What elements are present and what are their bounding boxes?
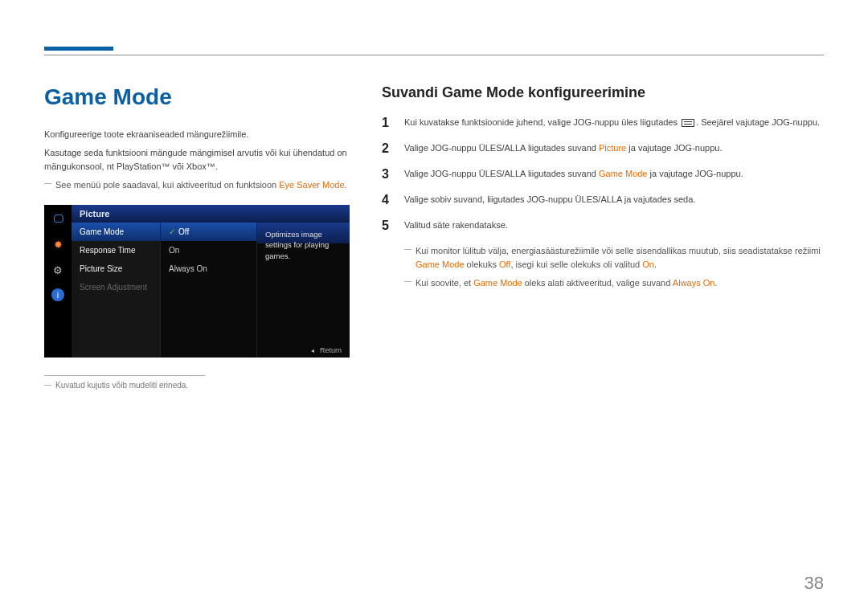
osd-body: Picture Game Mode Response Time Picture … [72, 205, 350, 358]
note-fragment: olekuks [465, 260, 499, 269]
step-number: 1 [382, 116, 393, 130]
step-3: 3 Valige JOG-nuppu ÜLES/ALLA liigutades … [382, 167, 824, 182]
note-highlight: Off [499, 260, 510, 269]
step-text: Valige JOG-nuppu ÜLES/ALLA liigutades su… [404, 167, 824, 181]
step-number: 4 [382, 193, 393, 207]
osd-value-item: ✓Off [161, 223, 256, 241]
step-fragment: ja vajutage JOG-nuppu. [626, 143, 722, 153]
note-text-post: . [345, 180, 347, 190]
note-fragment: . [714, 278, 717, 288]
step-text: Valitud säte rakendatakse. [404, 219, 824, 232]
step-text: Valige sobiv suvand, liigutades JOG-nupp… [404, 193, 824, 206]
step-fragment: . Seejärel vajutage JOG-nuppu. [696, 117, 820, 127]
step-highlight: Game Mode [599, 169, 648, 178]
osd-value-label: Off [178, 227, 189, 236]
document-page: Game Mode Konfigureerige toote ekraanise… [0, 0, 868, 414]
step-fragment: Valige JOG-nuppu ÜLES/ALLA liigutades su… [404, 143, 599, 153]
step-fragment: ja vajutage JOG-nuppu. [647, 169, 743, 178]
osd-menu-item: Screen Adjustment [72, 278, 160, 296]
info-icon: i [51, 288, 64, 301]
page-number: 38 [805, 573, 824, 594]
osd-columns: Game Mode Response Time Picture Size Scr… [72, 223, 350, 358]
settings-icon: ✹ [51, 237, 65, 251]
intro-paragraph-1: Konfigureerige toote ekraaniseaded mängu… [44, 128, 350, 141]
triangle-left-icon: ◂ [311, 347, 314, 354]
menu-icon [682, 119, 694, 127]
two-column-layout: Game Mode Konfigureerige toote ekraanise… [44, 84, 824, 390]
osd-value-list: ✓Off On Always On [160, 223, 256, 358]
osd-menu-item: Picture Size [72, 260, 160, 278]
osd-menu-list: Game Mode Response Time Picture Size Scr… [72, 223, 160, 358]
note-fragment: . [654, 260, 657, 269]
osd-return-label: Return [320, 346, 342, 354]
always-on-note: Kui soovite, et Game Mode oleks alati ak… [404, 276, 824, 290]
note-highlight: Game Mode [473, 278, 522, 288]
osd-value-item: Always On [161, 260, 256, 278]
osd-value-item: On [161, 241, 256, 260]
step-fragment: Valige JOG-nuppu ÜLES/ALLA liigutades su… [404, 169, 599, 178]
accent-bar [44, 47, 113, 51]
note-fragment: Kui soovite, et [416, 278, 473, 288]
right-notes-block: Kui monitor lülitub välja, energiasäästu… [382, 244, 824, 290]
step-number: 5 [382, 219, 393, 233]
note-fragment: , isegi kui selle olekuks oli valitud [510, 260, 642, 269]
note-text-pre: See menüü pole saadaval, kui aktiveeritu… [55, 180, 279, 190]
step-4: 4 Valige sobiv suvand, liigutades JOG-nu… [382, 193, 824, 207]
monitor-icon: 🖵 [51, 211, 65, 226]
check-icon: ✓ [169, 227, 175, 236]
subsection-heading: Suvandi Game Mode konfigureerimine [382, 84, 824, 101]
osd-screenshot: 🖵 ✹ ⚙ i Picture Game Mode Response Time … [44, 205, 350, 358]
step-text: Kui kuvatakse funktsioonide juhend, vali… [404, 116, 824, 129]
left-column: Game Mode Konfigureerige toote ekraanise… [44, 84, 350, 390]
osd-footer: ◂ Return [311, 346, 342, 354]
osd-menu-item: Game Mode [72, 223, 160, 241]
availability-note: See menüü pole saadaval, kui aktiveeritu… [44, 178, 350, 192]
steps-list: 1 Kui kuvatakse funktsioonide juhend, va… [382, 116, 824, 233]
image-disclaimer: Kuvatud kujutis võib mudeliti erineda. [44, 381, 350, 390]
section-heading: Game Mode [44, 84, 350, 110]
step-2: 2 Valige JOG-nuppu ÜLES/ALLA liigutades … [382, 141, 824, 156]
step-number: 2 [382, 141, 393, 156]
osd-tab-picture: Picture [72, 205, 350, 223]
osd-info-text: Optimizes image settings for playing gam… [256, 223, 350, 358]
note-highlight: Always On [673, 278, 715, 288]
note-highlight: Game Mode [416, 260, 465, 269]
osd-sidebar-icons: 🖵 ✹ ⚙ i [44, 205, 72, 358]
note-highlight: On [642, 260, 654, 269]
note-highlight: Eye Saver Mode [279, 180, 344, 190]
right-column: Suvandi Game Mode konfigureerimine 1 Kui… [382, 84, 824, 390]
note-fragment: Kui monitor lülitub välja, energiasäästu… [416, 246, 821, 255]
intro-paragraph-2: Kasutage seda funktsiooni mängude mängim… [44, 146, 350, 174]
footnote-separator [44, 375, 205, 376]
step-1: 1 Kui kuvatakse funktsioonide juhend, va… [382, 116, 824, 130]
horizontal-rule [44, 55, 824, 55]
step-number: 3 [382, 167, 393, 182]
step-fragment: Kui kuvatakse funktsioonide juhend, vali… [404, 117, 680, 127]
step-highlight: Picture [599, 143, 626, 153]
osd-menu-item: Response Time [72, 241, 160, 260]
step-text: Valige JOG-nuppu ÜLES/ALLA liigutades su… [404, 141, 824, 155]
step-5: 5 Valitud säte rakendatakse. [382, 219, 824, 233]
gear-icon: ⚙ [51, 263, 65, 277]
note-fragment: oleks alati aktiveeritud, valige suvand [522, 278, 673, 288]
power-off-note: Kui monitor lülitub välja, energiasäästu… [404, 244, 824, 272]
